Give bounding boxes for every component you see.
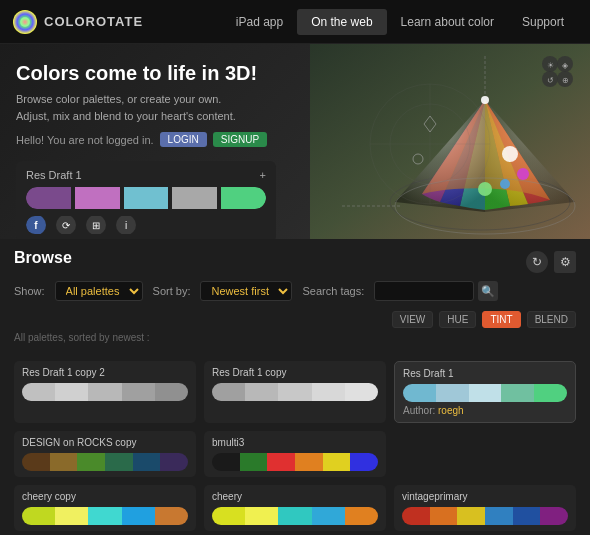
palette-card-bar [212,383,378,401]
nav-learn[interactable]: Learn about color [387,9,508,35]
palette-card[interactable]: DESIGN on ROCKS copy [14,431,196,477]
svg-point-8 [500,179,510,189]
search-label: Search tags: [302,285,364,297]
show-select[interactable]: All palettes [55,281,143,301]
palette-card-bar [22,507,188,525]
palette-card-bar [22,383,188,401]
grid-icon[interactable]: ⊞ [86,216,106,234]
palette-card-bar [212,507,378,525]
hero-subtitle2: Adjust, mix and blend to your heart's co… [16,108,306,125]
palette-card-title: cheery [212,491,378,502]
info-icon[interactable]: i [116,216,136,234]
browse-section: Browse ↻ ⚙ Show: All palettes Sort by: N… [0,239,590,361]
svg-point-6 [502,146,518,162]
view-btn-hue[interactable]: HUE [439,311,476,328]
palette-card-title: cheery copy [22,491,188,502]
hero-login-text: Hello! You are not logged in. [16,134,154,146]
browse-sort-line: All palettes, sorted by newest : [14,332,576,343]
swatch-4[interactable] [172,187,217,209]
signup-button[interactable]: SIGNUP [213,132,267,147]
palette-card-bar [212,453,378,471]
view-btn-blend[interactable]: BLEND [527,311,576,328]
palette-grid: Res Draft 1 copy 2 Res Draft 1 copy Res … [0,361,590,535]
svg-point-9 [478,182,492,196]
palette-card-bar [22,453,188,471]
svg-point-1 [20,17,30,27]
svg-text:◈: ◈ [562,61,569,70]
filter-button[interactable]: ⚙ [554,251,576,273]
palette-card[interactable]: Res Draft 1 copy [204,361,386,423]
nav: iPad app On the web Learn about color Su… [222,9,578,35]
palette-name: Res Draft 1 [26,169,82,181]
palette-add-icon[interactable]: + [260,169,266,181]
palette-card[interactable]: cheery copy [14,485,196,531]
login-button[interactable]: LOGIN [160,132,207,147]
nav-on-the-web[interactable]: On the web [297,9,386,35]
swatch-2[interactable] [75,187,120,209]
palette-card[interactable]: bmulti3 [204,431,386,477]
hero-login-line: Hello! You are not logged in. LOGIN SIGN… [16,132,306,147]
nav-ipad-app[interactable]: iPad app [222,9,297,35]
hero: Colors come to life in 3D! Browse color … [0,44,590,239]
palette-card-bar [403,384,567,402]
svg-point-4 [481,96,489,104]
palette-card-title: DESIGN on ROCKS copy [22,437,188,448]
palette-card[interactable]: Res Draft 1 copy 2 [14,361,196,423]
refresh-button[interactable]: ↻ [526,251,548,273]
palette-card-title: Res Draft 1 copy [212,367,378,378]
sort-label: Sort by: [153,285,191,297]
browse-top-row: Browse ↻ ⚙ [14,249,576,275]
share-icon[interactable]: ⟳ [56,216,76,234]
palette-card-title: bmulti3 [212,437,378,448]
header: COLOROTATE iPad app On the web Learn abo… [0,0,590,44]
show-label: Show: [14,285,45,297]
palette-card[interactable]: vintageprimary [394,485,576,531]
svg-text:☀: ☀ [547,61,554,70]
browse-controls: Show: All palettes Sort by: Newest first… [14,281,576,328]
palette-preview-title: Res Draft 1 + [26,169,266,181]
palette-card-title: Res Draft 1 [403,368,567,379]
hero-subtitle1: Browse color palettes, or create your ow… [16,91,306,108]
search-row: 🔍 [374,281,498,301]
palette-swatches [26,187,266,209]
cone-area: ☀ ◈ ↺ ⊕ [310,44,590,239]
view-controls: VIEW HUE TINT BLEND [392,311,576,328]
palette-card-bar [402,507,568,525]
search-input[interactable] [374,281,474,301]
logo-area: COLOROTATE [12,9,143,35]
palette-card[interactable]: cheery [204,485,386,531]
palette-card-featured[interactable]: Res Draft 1 Author: roegh [394,361,576,423]
svg-text:⊕: ⊕ [562,76,569,85]
search-button[interactable]: 🔍 [478,281,498,301]
color-cone: ☀ ◈ ↺ ⊕ [310,44,590,239]
logo-icon [12,9,38,35]
swatch-3[interactable] [124,187,169,209]
swatch-1[interactable] [26,187,71,209]
palette-author: Author: roegh [403,405,567,416]
svg-text:↺: ↺ [547,76,554,85]
nav-support[interactable]: Support [508,9,578,35]
palette-card-empty [394,431,576,477]
palette-actions: f ⟳ ⊞ i [26,216,266,234]
logo-text: COLOROTATE [44,14,143,29]
facebook-icon[interactable]: f [26,216,46,234]
palette-preview: Res Draft 1 + f ⟳ ⊞ i [16,161,276,239]
palette-card-title: Res Draft 1 copy 2 [22,367,188,378]
hero-title: Colors come to life in 3D! [16,62,306,85]
palette-card-title: vintageprimary [402,491,568,502]
sort-select[interactable]: Newest first [200,281,292,301]
swatch-5[interactable] [221,187,266,209]
browse-title: Browse [14,249,72,267]
view-btn-tint[interactable]: TINT [482,311,520,328]
view-btn-view[interactable]: VIEW [392,311,434,328]
svg-point-7 [517,168,529,180]
